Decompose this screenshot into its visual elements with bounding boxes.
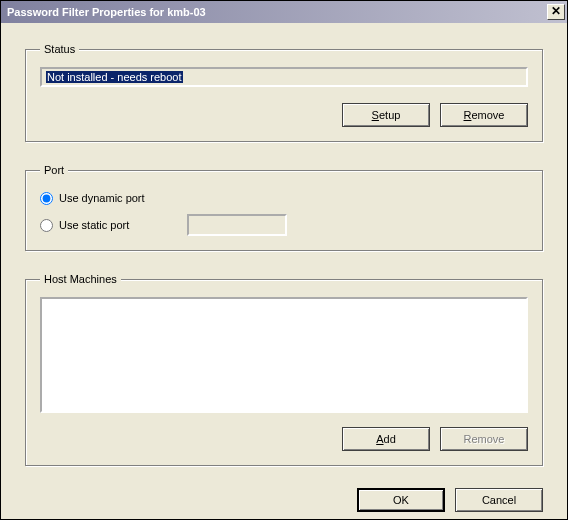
dynamic-port-radio[interactable] [40, 192, 53, 205]
static-port-radio[interactable] [40, 219, 53, 232]
host-legend: Host Machines [40, 273, 121, 285]
setup-button[interactable]: Setup [342, 103, 430, 127]
dialog-content: Status Not installed - needs reboot Setu… [1, 23, 567, 520]
titlebar: Password Filter Properties for kmb-03 ✕ [1, 1, 567, 23]
port-legend: Port [40, 164, 68, 176]
status-legend: Status [40, 43, 79, 55]
host-machines-list[interactable] [40, 297, 528, 413]
static-port-label: Use static port [59, 219, 129, 231]
ok-button[interactable]: OK [357, 488, 445, 512]
status-button-row: Setup Remove [40, 103, 528, 127]
dynamic-port-label: Use dynamic port [59, 192, 145, 204]
port-dynamic-row: Use dynamic port [40, 188, 528, 208]
add-host-button[interactable]: Add [342, 427, 430, 451]
close-icon: ✕ [551, 4, 561, 18]
status-remove-button[interactable]: Remove [440, 103, 528, 127]
port-group: Port Use dynamic port Use static port [25, 164, 543, 251]
cancel-button[interactable]: Cancel [455, 488, 543, 512]
window-title: Password Filter Properties for kmb-03 [7, 6, 547, 18]
host-button-row: Add Remove [40, 427, 528, 451]
dialog-button-row: OK Cancel [25, 488, 543, 512]
status-text: Not installed - needs reboot [46, 71, 183, 83]
status-group: Status Not installed - needs reboot Setu… [25, 43, 543, 142]
remove-host-button: Remove [440, 427, 528, 451]
port-static-row: Use static port [40, 214, 528, 236]
dialog-window: Password Filter Properties for kmb-03 ✕ … [0, 0, 568, 520]
close-button[interactable]: ✕ [547, 4, 565, 20]
status-text-field: Not installed - needs reboot [40, 67, 528, 87]
host-machines-group: Host Machines Add Remove [25, 273, 543, 466]
static-port-input[interactable] [187, 214, 287, 236]
